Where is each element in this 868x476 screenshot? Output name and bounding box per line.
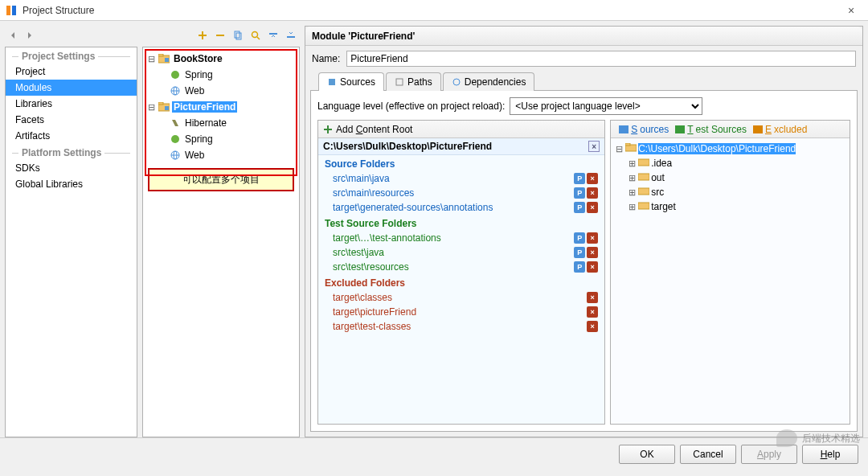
help-button[interactable]: Help xyxy=(802,445,858,464)
properties-icon[interactable]: P xyxy=(574,202,585,213)
folder-path: src\main\resources xyxy=(333,187,569,199)
collapse-icon[interactable]: ⊟ xyxy=(614,144,624,154)
minus-icon[interactable] xyxy=(215,30,226,41)
properties-icon[interactable]: P xyxy=(574,247,585,258)
collapse-icon[interactable]: ⊟ xyxy=(146,103,156,112)
dir-node[interactable]: ⊞.idea xyxy=(614,156,846,170)
button-bar: OK Cancel Apply Help xyxy=(0,437,868,470)
tab-dependencies[interactable]: Dependencies xyxy=(443,72,535,91)
tab-paths[interactable]: Paths xyxy=(386,72,441,91)
folder-path: target\test-classes xyxy=(333,321,582,332)
remove-icon[interactable]: × xyxy=(587,173,598,184)
excluded-folder-row[interactable]: target\pictureFriend× xyxy=(318,305,604,319)
search-icon[interactable] xyxy=(250,30,261,41)
expand-icon[interactable]: ⊞ xyxy=(627,173,637,183)
svg-point-27 xyxy=(453,79,460,85)
folder-path: target\classes xyxy=(333,292,582,303)
svg-rect-29 xyxy=(324,129,332,130)
remove-icon[interactable]: × xyxy=(587,292,598,303)
svg-point-14 xyxy=(171,71,179,79)
svg-rect-20 xyxy=(165,106,169,110)
module-node-picturefriend[interactable]: ⊟ PictureFriend xyxy=(145,99,297,115)
facet-web[interactable]: Web xyxy=(145,147,297,163)
ok-button[interactable]: OK xyxy=(619,445,675,464)
folder-icon xyxy=(638,201,649,212)
facet-spring[interactable]: Spring xyxy=(145,131,297,147)
deselect-icon[interactable] xyxy=(285,30,297,41)
remove-icon[interactable]: × xyxy=(587,261,598,273)
expand-icon[interactable]: ⊞ xyxy=(627,158,637,169)
sdks-item[interactable]: SDKs xyxy=(6,160,137,176)
copy-icon[interactable] xyxy=(232,30,244,41)
modules-item[interactable]: Modules xyxy=(6,80,137,96)
global-libraries-item[interactable]: Global Libraries xyxy=(6,176,137,192)
remove-icon[interactable]: × xyxy=(587,247,598,258)
folder-path: src\test\java xyxy=(333,247,569,258)
mark-tests[interactable]: Test Sources xyxy=(675,124,747,135)
tab-sources[interactable]: Sources xyxy=(318,72,384,91)
tab-label: Sources xyxy=(340,76,375,88)
facet-web[interactable]: Web xyxy=(145,83,297,99)
properties-icon[interactable]: P xyxy=(574,261,585,273)
facet-label: Spring xyxy=(183,133,215,145)
properties-icon[interactable]: P xyxy=(574,187,585,199)
module-node-bookstore[interactable]: ⊟ BookStore xyxy=(145,51,297,67)
properties-icon[interactable]: P xyxy=(574,232,585,244)
expand-icon[interactable]: ⊞ xyxy=(627,187,637,198)
content-root-text: C:\Users\Dulk\Desktop\PictureFriend xyxy=(323,141,492,152)
tab-label: Dependencies xyxy=(465,76,526,88)
facet-hibernate[interactable]: Hibernate xyxy=(145,115,297,131)
folder-icon xyxy=(638,187,649,198)
add-icon[interactable] xyxy=(323,125,333,134)
dir-node[interactable]: ⊞target xyxy=(614,199,846,214)
test-folder-row[interactable]: target\…\test-annotationsP× xyxy=(318,231,604,245)
annotation-box: 可以配置多个项目 xyxy=(148,168,294,191)
test-folder-row[interactable]: src\test\javaP× xyxy=(318,245,604,260)
folder-icon xyxy=(638,158,649,169)
module-header: Module 'PictureFriend' xyxy=(305,27,862,46)
properties-icon[interactable]: P xyxy=(574,173,585,184)
remove-icon[interactable]: × xyxy=(587,321,598,332)
dir-label: out xyxy=(651,172,665,183)
cancel-button[interactable]: Cancel xyxy=(680,445,736,464)
test-folder-row[interactable]: src\test\resourcesP× xyxy=(318,260,604,274)
project-item[interactable]: Project xyxy=(6,64,137,80)
dir-node[interactable]: ⊞out xyxy=(614,170,846,185)
source-folder-row[interactable]: src\main\javaP× xyxy=(318,171,604,186)
back-icon[interactable] xyxy=(8,30,19,41)
app-icon xyxy=(5,4,18,17)
excluded-folder-row[interactable]: target\test-classes× xyxy=(318,319,604,334)
mark-sources[interactable]: Sources xyxy=(619,124,669,135)
dir-root[interactable]: ⊟C:\Users\Dulk\Desktop\PictureFriend xyxy=(614,142,846,156)
remove-icon[interactable]: × xyxy=(587,187,598,199)
remove-icon[interactable]: × xyxy=(587,232,598,244)
svg-point-21 xyxy=(171,135,179,143)
apply-button[interactable]: Apply xyxy=(741,445,797,464)
source-folder-row[interactable]: target\generated-sources\annotationsP× xyxy=(318,200,604,215)
libraries-item[interactable]: Libraries xyxy=(6,96,137,112)
remove-icon[interactable]: × xyxy=(587,202,598,213)
mark-excluded[interactable]: Excluded xyxy=(753,124,807,135)
artifacts-item[interactable]: Artifacts xyxy=(6,128,137,144)
deps-tab-icon xyxy=(452,77,461,87)
collapse-icon[interactable]: ⊟ xyxy=(146,55,156,64)
close-icon[interactable]: × xyxy=(839,4,863,17)
facet-spring[interactable]: Spring xyxy=(145,67,297,83)
excluded-folder-row[interactable]: target\classes× xyxy=(318,290,604,305)
folder-path: target\generated-sources\annotations xyxy=(333,202,569,213)
content-root-path[interactable]: C:\Users\Dulk\Desktop\PictureFriend× xyxy=(318,138,604,155)
remove-root-icon[interactable]: × xyxy=(588,141,600,152)
svg-rect-5 xyxy=(235,31,240,38)
expand-icon[interactable]: ⊞ xyxy=(627,202,637,212)
add-content-root-label[interactable]: Add Content Root xyxy=(336,124,412,135)
remove-icon[interactable]: × xyxy=(587,306,598,318)
facets-item[interactable]: Facets xyxy=(6,112,137,128)
select-all-icon[interactable] xyxy=(268,30,279,41)
svg-rect-31 xyxy=(675,125,685,133)
plus-icon[interactable] xyxy=(197,30,208,41)
source-folder-row[interactable]: src\main\resourcesP× xyxy=(318,186,604,200)
language-level-select[interactable]: <Use project language level> xyxy=(510,97,702,115)
forward-icon[interactable] xyxy=(24,30,35,41)
name-input[interactable] xyxy=(346,51,856,67)
dir-node[interactable]: ⊞src xyxy=(614,185,846,199)
